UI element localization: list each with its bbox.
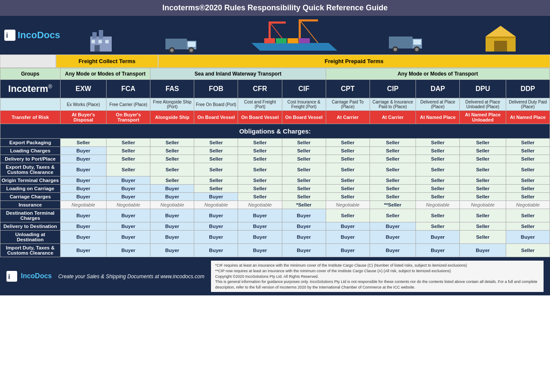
cell-0-5: Seller [282, 139, 326, 147]
svg-point-34 [394, 48, 397, 51]
obligations-header-row: Obligations & Charges: [0, 124, 550, 139]
table-row: Loading on CarriageBuyerBuyerBuyerSeller… [0, 185, 550, 193]
desc-cpt: Carriage Paid To (Place) [326, 98, 370, 111]
cell-3-10: Seller [506, 163, 550, 176]
cell-6-9: Seller [460, 193, 506, 201]
svg-marker-25 [251, 43, 337, 51]
note2: **CIP now requires at least an insurance… [215, 268, 539, 274]
cell-10-7: Buyer [370, 231, 416, 244]
obligations-label: Obligations & Charges: [0, 124, 550, 139]
cell-8-1: Buyer [107, 209, 150, 222]
risk-cpt: At Carrier [326, 111, 370, 124]
cell-8-7: Seller [370, 209, 416, 222]
cell-7-9: Negotiable [460, 201, 506, 209]
desc-dpu: Delivered at Place Unloaded (Place) [460, 98, 506, 111]
cell-3-1: Seller [107, 163, 150, 176]
cell-4-0: Buyer [60, 176, 106, 185]
cell-10-4: Buyer [238, 231, 282, 244]
crane-ship-icon [251, 19, 337, 54]
desc-dap: Delivered at Place (Place) [416, 98, 460, 111]
cell-4-5: Seller [282, 176, 326, 185]
cell-2-6: Seller [326, 155, 370, 163]
footer-logo-icon: i [6, 271, 17, 282]
cell-6-5: Seller [282, 193, 326, 201]
cell-11-0: Buyer [60, 244, 106, 257]
svg-rect-5 [92, 40, 95, 43]
cell-3-8: Seller [416, 163, 460, 176]
cell-2-9: Seller [460, 155, 506, 163]
cell-4-4: Seller [238, 176, 282, 185]
cell-3-4: Seller [238, 163, 282, 176]
freight-empty [0, 55, 56, 68]
cell-6-3: Buyer [194, 193, 238, 201]
risk-exw: At Buyer's Disposal [60, 111, 106, 124]
cell-10-9: Seller [460, 231, 506, 244]
desc-fca: Free Carrier (Place) [107, 98, 150, 111]
risk-label: Transfer of Risk [0, 111, 61, 124]
truck2-icon [389, 28, 432, 54]
code-fca: FCA [107, 80, 150, 98]
cell-6-7: Seller [370, 193, 416, 201]
cell-8-9: Seller [460, 209, 506, 222]
cell-0-4: Seller [238, 139, 282, 147]
incoterm-desc-row: Ex Works (Place) Free Carrier (Place) Fr… [0, 98, 550, 111]
cell-0-3: Seller [194, 139, 238, 147]
svg-rect-6 [98, 40, 102, 43]
cell-1-8: Seller [416, 147, 460, 155]
risk-row: Transfer of Risk At Buyer's Disposal On … [0, 111, 550, 124]
disclaimer: This is general information for guidance… [215, 279, 539, 290]
cell-4-2: Seller [150, 176, 194, 185]
desc-fas: Free Alongside Ship (Port) [150, 98, 194, 111]
cell-4-7: Seller [370, 176, 416, 185]
freight-banner: Freight Collect Terms Freight Prepaid Te… [0, 55, 550, 68]
risk-fca: On Buyer's Transport [107, 111, 150, 124]
svg-marker-21 [301, 19, 318, 21]
code-cip: CIP [370, 80, 416, 98]
cell-7-6: Negotiable [326, 201, 370, 209]
svg-rect-29 [299, 38, 310, 43]
svg-rect-9 [165, 39, 187, 49]
svg-rect-30 [389, 36, 412, 49]
svg-rect-3 [92, 32, 97, 39]
cell-5-5: Seller [282, 185, 326, 193]
cell-8-0: Buyer [60, 209, 106, 222]
cell-0-2: Seller [150, 139, 194, 147]
cell-1-9: Seller [460, 147, 506, 155]
row-label-2: Delivery to Port/Place [0, 155, 61, 163]
page-title: Incoterms®2020 Rules Responsibility Quic… [0, 0, 550, 16]
cell-6-0: Buyer [60, 193, 106, 201]
cell-11-7: Buyer [370, 244, 416, 257]
cell-11-3: Buyer [194, 244, 238, 257]
logo-text: IncoDocs [18, 30, 60, 41]
cell-3-7: Seller [370, 163, 416, 176]
row-label-10: Unloading at Destination [0, 231, 61, 244]
table-row: Import Duty, Taxes & Customs ClearanceBu… [0, 244, 550, 257]
cell-8-2: Buyer [150, 209, 194, 222]
cell-6-8: Seller [416, 193, 460, 201]
cell-5-3: Seller [194, 185, 238, 193]
desc-cif: Cost Insurance & Freight (Port) [282, 98, 326, 111]
cell-9-0: Buyer [60, 222, 106, 231]
cell-9-6: Buyer [326, 222, 370, 231]
table-row: Delivery to Port/PlaceBuyerSellerSellerS… [0, 155, 550, 163]
svg-text:i: i [8, 273, 10, 280]
cell-6-10: Seller [506, 193, 550, 201]
svg-point-15 [189, 49, 193, 52]
cell-0-10: Seller [506, 139, 550, 147]
copyright: Copyright ©2020 IncoSolutions Pty Ltd. A… [215, 274, 539, 280]
cell-0-7: Seller [370, 139, 416, 147]
row-label-7: Insurance [0, 201, 61, 209]
cell-10-5: Buyer [282, 231, 326, 244]
table-row: Export PackagingSellerSellerSellerSeller… [0, 139, 550, 147]
main-container: Incoterms®2020 Rules Responsibility Quic… [0, 0, 550, 295]
table-row: Loading ChargesBuyerSellerSellerSellerSe… [0, 147, 550, 155]
cell-7-0: Negotiable [60, 201, 106, 209]
cell-9-7: Buyer [370, 222, 416, 231]
code-fas: FAS [150, 80, 194, 98]
cell-10-2: Buyer [150, 231, 194, 244]
svg-rect-27 [276, 38, 287, 43]
cell-5-6: Seller [326, 185, 370, 193]
cell-7-4: Negotiable [238, 201, 282, 209]
cell-1-1: Seller [107, 147, 150, 155]
cell-2-8: Seller [416, 155, 460, 163]
